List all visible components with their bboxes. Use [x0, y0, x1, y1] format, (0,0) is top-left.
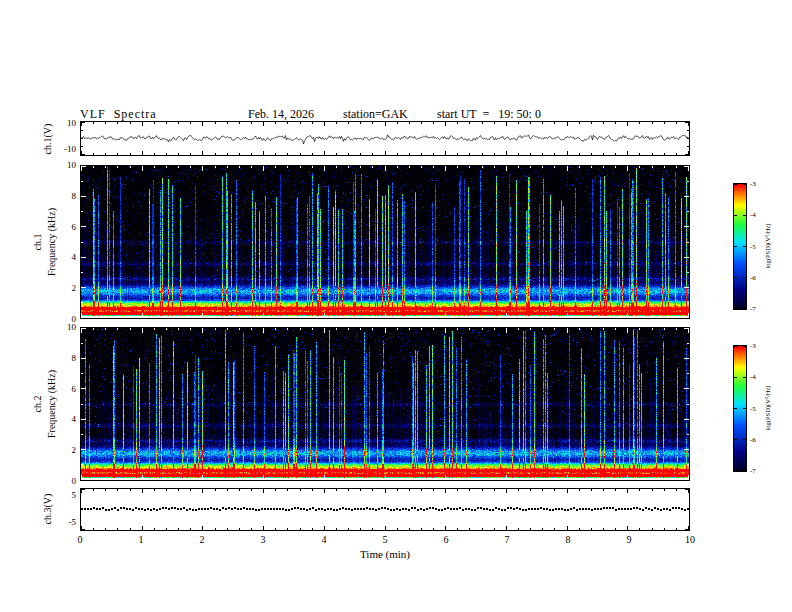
y-tick-label: 8	[54, 353, 76, 363]
y-tick-label: 2	[54, 445, 76, 455]
ch3-wave-ymax-label: 5	[54, 490, 76, 500]
y-tick-label: 10	[54, 322, 76, 332]
ch2-colorbar-label: log(PSD)(V²/Hz)	[764, 386, 771, 431]
x-tick-label: 0	[78, 534, 83, 545]
ch1-wave-ymax-label: 10	[54, 118, 76, 128]
ch2-channel-label: ch.2	[32, 396, 43, 413]
x-tick-label: 7	[505, 534, 510, 545]
ch3-waveform-canvas	[81, 489, 689, 530]
y-tick-label: 10	[54, 160, 76, 170]
y-tick-label: 4	[54, 414, 76, 424]
y-tick-label: 6	[54, 222, 76, 232]
ch2-spectrogram-panel	[80, 327, 690, 481]
ch1-spectrogram-canvas	[81, 166, 689, 318]
ch1-colorbar-label: log(PSD)(V²/Hz)	[764, 224, 771, 269]
y-tick-label: 0	[54, 476, 76, 486]
ch2-spectrogram-canvas	[81, 328, 689, 480]
ch1-frequency-axis-label: Frequency (kHz)	[46, 208, 57, 276]
colorbar-tick-label: -7	[750, 467, 756, 475]
ch1-spectrogram-panel	[80, 165, 690, 319]
x-tick-label: 8	[566, 534, 571, 545]
colorbar-tick-label: -7	[750, 305, 756, 313]
x-tick-label: 5	[383, 534, 388, 545]
ch2-frequency-axis-label: Frequency (kHz)	[46, 370, 57, 438]
x-tick-label: 1	[139, 534, 144, 545]
colorbar-tick-label: -4	[750, 211, 756, 219]
x-tick-label: 2	[200, 534, 205, 545]
ch1-colorbar-canvas	[734, 184, 746, 309]
x-tick-label: 10	[685, 534, 695, 545]
colorbar-tick-label: -3	[750, 342, 756, 350]
ch3-voltage-axis-label: ch.3(V)	[42, 494, 53, 525]
colorbar-tick-label: -6	[750, 436, 756, 444]
y-tick-label: 4	[54, 252, 76, 262]
x-tick-label: 3	[261, 534, 266, 545]
figure-title: VLF Spectra	[80, 107, 157, 122]
y-tick-label: 8	[54, 191, 76, 201]
x-tick-label: 4	[322, 534, 327, 545]
ch2-colorbar-canvas	[734, 346, 746, 471]
colorbar-tick-label: -4	[750, 373, 756, 381]
ch1-wave-ymin-label: -10	[54, 144, 76, 154]
x-tick-label: 6	[444, 534, 449, 545]
ch1-waveform-panel	[80, 121, 690, 156]
ch3-wave-ymin-label: -5	[54, 517, 76, 527]
y-tick-label: 2	[54, 283, 76, 293]
ch3-waveform-panel	[80, 488, 690, 531]
ch1-voltage-axis-label: ch.1(V)	[42, 124, 53, 155]
date-label: Feb. 14, 2026	[248, 107, 314, 122]
ch1-channel-label: ch.1	[32, 234, 43, 251]
y-tick-label: 6	[54, 384, 76, 394]
colorbar-tick-label: -5	[750, 243, 756, 251]
colorbar-tick-label: -6	[750, 274, 756, 282]
start-ut-label: start UT = 19: 50: 0	[437, 107, 541, 122]
ch1-colorbar	[733, 183, 747, 310]
colorbar-tick-label: -5	[750, 405, 756, 413]
ch2-colorbar	[733, 345, 747, 472]
ch1-waveform-canvas	[81, 122, 689, 155]
station-label: station=GAK	[343, 107, 408, 122]
vlf-spectra-figure: VLF Spectra Feb. 14, 2026 station=GAK st…	[0, 0, 792, 612]
x-tick-label: 9	[627, 534, 632, 545]
time-axis-label: Time (min)	[360, 548, 410, 560]
colorbar-tick-label: -3	[750, 180, 756, 188]
